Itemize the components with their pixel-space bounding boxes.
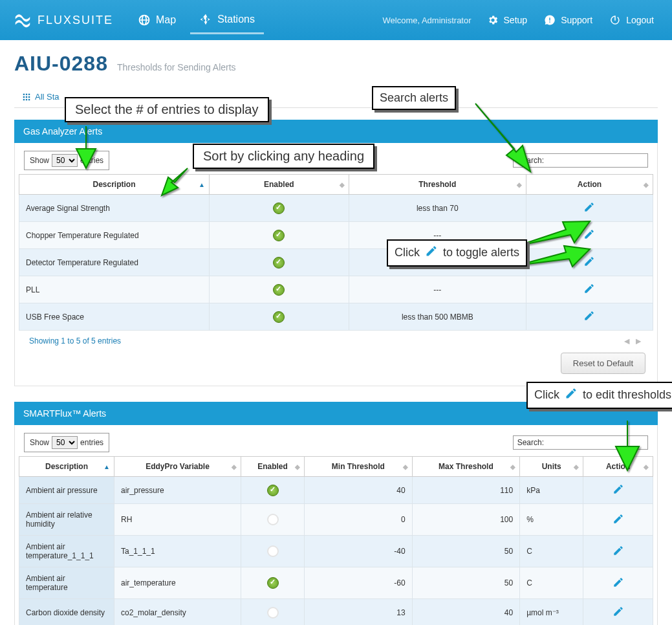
annotation-arrow-icon xyxy=(158,163,197,204)
gear-icon xyxy=(487,14,499,26)
enabled-on-icon[interactable] xyxy=(273,311,285,323)
cell-enabled xyxy=(241,567,305,599)
col2-description[interactable]: Description▲ xyxy=(19,457,114,477)
enabled-on-icon[interactable] xyxy=(273,230,285,241)
edit-icon[interactable] xyxy=(612,610,624,619)
callout-search: Search alerts xyxy=(372,86,456,110)
enabled-on-icon[interactable] xyxy=(273,257,285,269)
edit-icon[interactable] xyxy=(612,488,624,497)
callout-toggle: Click to toggle alerts xyxy=(387,239,527,267)
cell-description: Carbon dioxide density xyxy=(19,599,114,626)
prev-icon[interactable]: ◄ xyxy=(622,336,631,346)
enabled-on-icon[interactable] xyxy=(273,284,285,296)
next-icon[interactable]: ► xyxy=(634,336,643,346)
panel2-length-control: Show 50 entries xyxy=(24,433,109,452)
pencil-icon xyxy=(565,387,578,404)
cell-enabled xyxy=(241,504,305,536)
enabled-on-icon[interactable] xyxy=(267,485,279,496)
grid-icon xyxy=(22,93,31,102)
col-action[interactable]: Action◆ xyxy=(526,175,653,195)
nav-stations[interactable]: Stations xyxy=(190,6,264,34)
page-subtitle: Thresholds for Sending Alerts xyxy=(117,62,236,72)
pencil-icon xyxy=(425,245,438,261)
col2-enabled[interactable]: Enabled◆ xyxy=(241,457,305,477)
cell-min: 13 xyxy=(305,599,413,626)
cell-description: Ambient air temperature xyxy=(19,567,114,599)
cell-enabled xyxy=(241,536,305,567)
edit-icon[interactable] xyxy=(612,518,624,527)
globe-icon xyxy=(138,14,151,27)
cell-enabled xyxy=(210,249,349,276)
cell-enabled xyxy=(210,276,349,303)
cell-units: kPa xyxy=(520,477,583,504)
smartflux-alerts-panel: SMARTFlux™ Alerts Show 50 entries Search… xyxy=(14,402,658,625)
nav-map[interactable]: Map xyxy=(129,7,185,33)
col2-min[interactable]: Min Threshold◆ xyxy=(305,457,413,477)
cell-description: Chopper Temperature Regulated xyxy=(19,222,210,249)
brand-logo-icon xyxy=(12,9,34,31)
edit-icon[interactable] xyxy=(612,549,624,558)
cell-max: 100 xyxy=(412,504,520,536)
cell-enabled xyxy=(241,599,305,626)
panel1-pager: ◄► xyxy=(620,336,643,346)
table-row: Ambient air temperature air_temperature … xyxy=(19,567,653,599)
enabled-off-icon[interactable] xyxy=(267,545,279,557)
sort-asc-icon: ▲ xyxy=(103,463,110,470)
table-row: Ambient air temperature_1_1_1 Ta_1_1_1 -… xyxy=(19,536,653,567)
annotation-arrow-icon xyxy=(466,97,543,183)
sort-icon: ◆ xyxy=(340,181,345,188)
nav-support[interactable]: Support xyxy=(537,9,599,31)
callout-sort: Sort by clicking any heading xyxy=(193,144,374,169)
cell-threshold: less than 70 xyxy=(349,195,526,222)
panel1-title: Gas Analyzer Alerts xyxy=(14,120,658,143)
nav-support-label: Support xyxy=(561,15,592,25)
cell-enabled xyxy=(210,222,349,249)
cell-action xyxy=(583,599,653,626)
enabled-off-icon[interactable] xyxy=(267,514,279,525)
cell-action xyxy=(583,477,653,504)
sort-icon: ◆ xyxy=(644,181,649,188)
cell-variable: RH xyxy=(114,504,241,536)
enabled-off-icon[interactable] xyxy=(267,607,279,619)
page-title: AIU-0288 xyxy=(14,52,108,76)
cell-description: USB Free Space xyxy=(19,303,210,331)
cell-units: C xyxy=(520,567,583,599)
cell-description: Detector Temperature Regulated xyxy=(19,249,210,276)
smartflux-table: Description▲ EddyPro Variable◆ Enabled◆ … xyxy=(19,456,653,625)
col-enabled[interactable]: Enabled◆ xyxy=(210,175,349,195)
panel1-search-input[interactable] xyxy=(547,156,644,165)
sort-icon: ◆ xyxy=(510,463,515,470)
cell-description: PLL xyxy=(19,276,210,303)
cell-action xyxy=(583,567,653,599)
subnav-all-label: All Sta xyxy=(35,92,60,102)
nav-setup[interactable]: Setup xyxy=(481,9,534,31)
edit-icon[interactable] xyxy=(583,314,595,323)
cell-enabled xyxy=(241,477,305,504)
enabled-on-icon[interactable] xyxy=(267,577,279,589)
cell-action xyxy=(526,303,653,331)
cell-min: -40 xyxy=(305,536,413,567)
cell-threshold: less than 500 MBMB xyxy=(349,303,526,331)
col2-max[interactable]: Max Threshold◆ xyxy=(412,457,520,477)
sort-asc-icon: ▲ xyxy=(199,181,205,188)
subnav-all-stations[interactable]: All Sta xyxy=(17,86,65,107)
cell-min: 0 xyxy=(305,504,413,536)
cell-min: -60 xyxy=(305,567,413,599)
cell-description: Ambient air relative humidity xyxy=(19,504,114,536)
cell-variable: air_pressure xyxy=(114,477,241,504)
reset-to-default-button[interactable]: Reset to Default xyxy=(561,353,645,374)
welcome-text: Welcome, Administrator xyxy=(383,16,471,25)
col2-units[interactable]: Units◆ xyxy=(520,457,583,477)
cell-action xyxy=(583,536,653,567)
nav-logout[interactable]: Logout xyxy=(603,9,660,31)
edit-icon[interactable] xyxy=(612,581,624,590)
edit-icon[interactable] xyxy=(583,287,595,296)
table-row: USB Free Space less than 500 MBMB xyxy=(19,303,653,331)
enabled-on-icon[interactable] xyxy=(273,203,285,214)
annotation-arrow-icon xyxy=(70,123,102,177)
col2-variable[interactable]: EddyPro Variable◆ xyxy=(114,457,241,477)
panel2-length-select[interactable]: 50 xyxy=(52,436,78,449)
panel1-info: Showing 1 to 5 of 5 entries xyxy=(29,336,121,345)
table-row: Carbon dioxide density co2_molar_density… xyxy=(19,599,653,626)
cell-max: 50 xyxy=(412,536,520,567)
